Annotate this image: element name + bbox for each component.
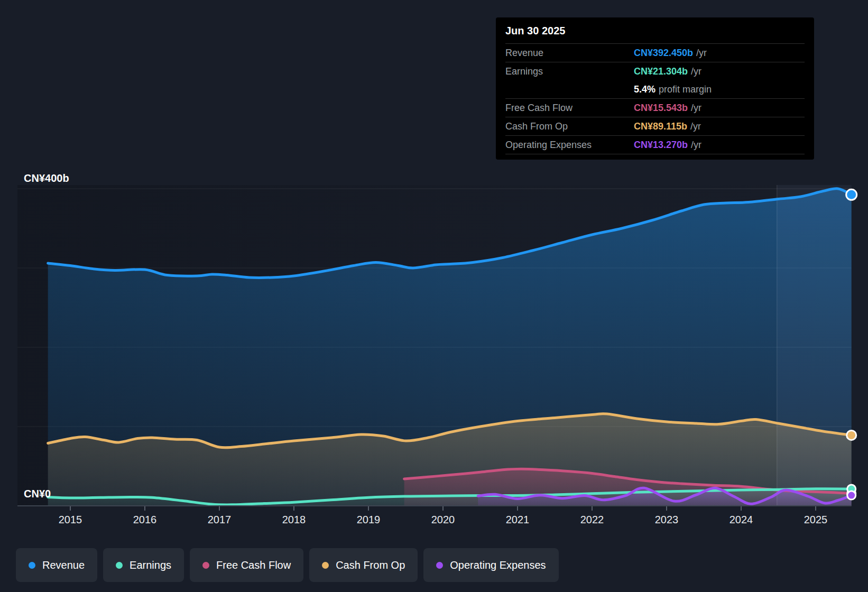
revenue-endpoint-dot[interactable] (846, 189, 857, 200)
legend-chip-earnings[interactable]: Earnings (103, 548, 184, 582)
x-axis-year-label: 2021 (506, 514, 530, 525)
current-period-band (777, 185, 852, 506)
earnings-revenue-history-chart-page: 2015201620172018201920202021202220232024… (0, 0, 868, 592)
tooltip-row-cash-from-op: Cash From Op CN¥89.115b /yr (505, 117, 805, 136)
legend-dot-icon (29, 562, 35, 569)
x-axis-year-label: 2024 (730, 514, 753, 525)
x-axis-year-label: 2016 (133, 514, 157, 525)
x-axis-year-label: 2022 (580, 514, 604, 525)
y-axis-label-400: CN¥400b (24, 172, 69, 184)
tooltip-row-profit-margin: 5.4% profit margin (505, 80, 805, 99)
legend-label: Operating Expenses (450, 559, 546, 571)
x-axis-year-label: 2023 (655, 514, 679, 525)
legend-dot-icon (116, 562, 123, 569)
x-axis-year-label: 2017 (208, 514, 232, 525)
legend-dot-icon (202, 562, 209, 569)
legend-chip-free-cash-flow[interactable]: Free Cash Flow (190, 548, 303, 582)
legend-dot-icon (322, 562, 329, 569)
legend-chip-revenue[interactable]: Revenue (16, 548, 97, 582)
x-axis-year-label: 2015 (59, 514, 82, 525)
x-axis-year-label: 2018 (282, 514, 306, 525)
tooltip-row-operating-expenses: Operating Expenses CN¥13.270b /yr (505, 136, 805, 154)
x-axis-year-label: 2025 (804, 514, 828, 525)
cash-from-op-endpoint-dot[interactable] (847, 430, 856, 440)
tooltip-row-revenue: Revenue CN¥392.450b /yr (505, 44, 805, 62)
operating-expenses-endpoint-dot[interactable] (847, 491, 856, 500)
chart-legend: RevenueEarningsFree Cash FlowCash From O… (16, 548, 559, 582)
legend-dot-icon (436, 562, 443, 569)
y-axis-label-0: CN¥0 (24, 488, 51, 500)
legend-label: Cash From Op (336, 559, 405, 571)
chart-tooltip: Jun 30 2025 Revenue CN¥392.450b /yr Earn… (496, 17, 814, 160)
legend-label: Free Cash Flow (216, 559, 291, 571)
x-axis-year-label: 2019 (357, 514, 381, 525)
chart-vignette (17, 185, 852, 506)
legend-label: Earnings (130, 559, 171, 571)
legend-chip-cash-from-op[interactable]: Cash From Op (309, 548, 418, 582)
legend-chip-operating-expenses[interactable]: Operating Expenses (423, 548, 558, 582)
tooltip-row-earnings: Earnings CN¥21.304b /yr (505, 62, 805, 80)
tooltip-date-title: Jun 30 2025 (505, 17, 805, 44)
legend-label: Revenue (42, 559, 85, 571)
tooltip-row-free-cash-flow: Free Cash Flow CN¥15.543b /yr (505, 99, 805, 117)
x-axis-year-label: 2020 (431, 514, 455, 525)
